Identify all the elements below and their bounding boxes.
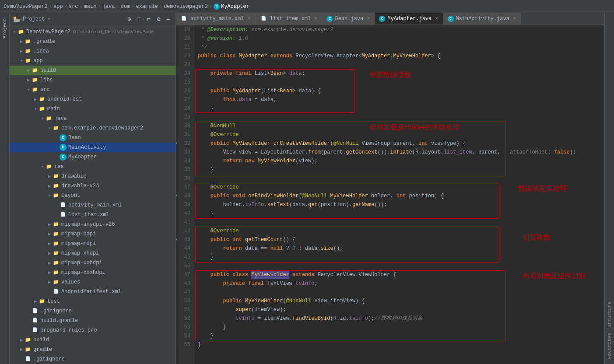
- tree-label-mipmap-xhdpi: mipmap-xhdpi: [61, 250, 99, 256]
- tree-item-mainactivity[interactable]: ▶ C MainActivity: [10, 143, 175, 152]
- tree-item-build2[interactable]: ▶ 📁 build: [10, 335, 175, 345]
- gradle-icon-1: 📄: [32, 317, 39, 324]
- structure-tab[interactable]: Structure: [606, 300, 613, 329]
- tree-item-mipmap-anydpi[interactable]: ▶ 📁 mipmap-anydpi-v26: [10, 220, 175, 229]
- bc-src[interactable]: src: [69, 4, 78, 10]
- tree-item-mipmap-xxxhdpi[interactable]: ▶ 📁 mipmap-xxxhdpi: [10, 268, 175, 277]
- tree-label-androidtest: androidTest: [47, 96, 82, 102]
- tab-mainactivity[interactable]: C MainActivity.java ×: [443, 13, 521, 25]
- sort-btn[interactable]: ⇄: [145, 14, 152, 24]
- code-line-38: public void onBindViewHolder(@NonNull My…: [198, 192, 601, 200]
- favorites-tab[interactable]: Favorites: [606, 331, 613, 360]
- code-editor[interactable]: 19 20 21 22 23 24 25 26 27 28 29 30 31 3…: [176, 25, 604, 364]
- tree-label-gitignore2: .gitignore: [33, 356, 65, 362]
- tab-activity-main[interactable]: 📄 activity_main.xml ×: [176, 13, 256, 25]
- bc-main[interactable]: main: [84, 4, 97, 10]
- tree-item-list-item[interactable]: ▶ 📄 list_item.xml: [10, 210, 175, 220]
- bc-app[interactable]: app: [53, 4, 63, 10]
- tab-close-bean[interactable]: ×: [367, 16, 370, 22]
- tree-item-myadapter[interactable]: ▶ C MyAdapter: [10, 152, 175, 162]
- tree-item-com[interactable]: ▾ 📁 com.example.demoviewpager2: [10, 123, 175, 133]
- project-side-tab[interactable]: Project: [1, 17, 8, 40]
- tree-item-root[interactable]: ▾ 📁 DemoViewPager2 D:\Android_Demo\DemoV…: [10, 27, 175, 37]
- tree-item-mipmap-mdpi[interactable]: ▶ 📁 mipmap-mdpi: [10, 239, 175, 248]
- annotation-label-1: 外部数据接收: [369, 70, 411, 79]
- tree-item-app[interactable]: ▾ 📁 app: [10, 56, 175, 66]
- java-icon-mainactivity: C: [60, 144, 67, 151]
- tree-item-androidmanifest[interactable]: ▶ 📄 AndroidManifest.xml: [10, 287, 175, 297]
- tree-item-test[interactable]: ▶ 📁 test: [10, 297, 175, 306]
- tree-item-values[interactable]: ▶ 📁 values: [10, 277, 175, 287]
- tree-item-res[interactable]: ▾ 📁 res: [10, 162, 175, 172]
- tree-item-proguard[interactable]: ▶ 📄 proguard-rules.pro: [10, 326, 175, 335]
- tree-item-idea[interactable]: ▶ 📁 .idea: [10, 46, 175, 56]
- code-line-27: this.data = data;: [198, 95, 601, 104]
- breadcrumb-bar: DemoViewPager2 › app › src › main › java…: [0, 0, 614, 13]
- tree-item-java[interactable]: ▾ 📁 java: [10, 114, 175, 123]
- tree-item-mipmap-xhdpi[interactable]: ▶ 📁 mipmap-xhdpi: [10, 248, 175, 258]
- tree-item-layout[interactable]: ▾ 📁 layout: [10, 191, 175, 200]
- tree-label-libs: libs: [40, 77, 53, 83]
- project-root-icon: 📁: [18, 28, 25, 35]
- bc-example[interactable]: example: [136, 4, 158, 10]
- bc-com[interactable]: com: [121, 4, 130, 10]
- code-line-22: public class MyAdapter extends RecyclerV…: [198, 52, 601, 60]
- tree-arrow-values: ▶: [46, 280, 53, 285]
- tab-close-mainactivity[interactable]: ×: [513, 16, 516, 22]
- tree-item-gradle2[interactable]: ▶ 📁 gradle: [10, 345, 175, 354]
- tab-close-list-item[interactable]: ×: [314, 16, 317, 22]
- tree-label-proguard: proguard-rules.pro: [40, 327, 97, 333]
- locate-btn[interactable]: ⊕: [126, 14, 133, 24]
- gutter-icon-38[interactable]: ●: [176, 193, 179, 199]
- tree-item-src[interactable]: ▾ 📁 src: [10, 85, 175, 94]
- tree-item-gitignore2[interactable]: ▶ 📄 .gitignore: [10, 354, 175, 364]
- close-panel-btn[interactable]: —: [165, 15, 172, 24]
- tree-label-mipmap-xxxhdpi: mipmap-xxxhdpi: [61, 270, 105, 276]
- folder-icon-res: 📁: [46, 163, 53, 170]
- gutter-icon-32[interactable]: ●: [176, 141, 179, 146]
- settings-btn[interactable]: ⚙: [155, 14, 162, 24]
- tree-label-gitignore1: .gitignore: [40, 308, 72, 314]
- code-content[interactable]: 外部数据接收 布局加载及Holder的关联处理 数据项配置处理 切页取数 布局加…: [194, 25, 604, 364]
- tab-bean[interactable]: C Bean.java ×: [322, 13, 375, 25]
- tree-arrow-mipmap-hdpi: ▶: [46, 231, 53, 237]
- tree-arrow-main: ▾: [32, 106, 39, 112]
- tree-item-gradle[interactable]: ▶ 📁 .gradle: [10, 37, 175, 46]
- bc-java[interactable]: java: [102, 4, 115, 10]
- bc-demoviewpager2[interactable]: DemoViewPager2: [4, 4, 48, 10]
- tree-label-idea: .idea: [33, 48, 49, 54]
- xml-tab-icon-1: 📄: [180, 15, 187, 22]
- tab-close-myadapter[interactable]: ×: [435, 16, 438, 22]
- tree-item-build1[interactable]: ▶ 📁 build: [10, 66, 175, 75]
- tree-item-buildgradle1[interactable]: ▶ 📄 build.gradle: [10, 316, 175, 326]
- panel-dropdown[interactable]: ▾: [47, 16, 50, 22]
- file-icon-gitignore2: 📄: [25, 356, 32, 363]
- tree-label-mipmap-hdpi: mipmap-hdpi: [61, 231, 96, 237]
- tree-arrow-mipmap-xxxhdpi: ▶: [46, 270, 53, 275]
- tab-myadapter[interactable]: C MyAdapter.java ×: [375, 13, 443, 25]
- tree-item-libs[interactable]: ▶ 📁 libs: [10, 75, 175, 85]
- tab-list-item[interactable]: 📄 list_item.xml ×: [256, 13, 323, 25]
- code-line-29: [198, 113, 601, 122]
- code-line-48: private final TextView tvInfo;: [198, 279, 601, 288]
- tree-item-activity-main[interactable]: ▶ 📄 activity_main.xml: [10, 200, 175, 210]
- folder-icon-drawable-v24: 📁: [53, 182, 60, 189]
- flatten-btn[interactable]: ≡: [135, 15, 142, 24]
- tree-arrow-drawable-v24: ▶: [46, 183, 53, 189]
- tree-item-gitignore1[interactable]: ▶ 📄 .gitignore: [10, 306, 175, 316]
- tree-item-main[interactable]: ▾ 📁 main: [10, 104, 175, 114]
- tree-item-mipmap-xxhdpi[interactable]: ▶ 📁 mipmap-xxhdpi: [10, 258, 175, 268]
- tree-label-layout: layout: [61, 192, 80, 199]
- tree-item-bean[interactable]: ▶ C Bean: [10, 133, 175, 143]
- file-icon-proguard: 📄: [32, 327, 39, 334]
- bc-myadapter[interactable]: MyAdapter: [221, 4, 249, 10]
- tree-item-drawable[interactable]: ▶ 📁 drawable: [10, 172, 175, 181]
- tree-item-mipmap-hdpi[interactable]: ▶ 📁 mipmap-hdpi: [10, 229, 175, 239]
- tab-close-activity-main[interactable]: ×: [247, 16, 250, 22]
- tree-item-drawable-v24[interactable]: ▶ 📁 drawable-v24: [10, 181, 175, 191]
- tree-item-androidtest[interactable]: ▶ 📁 androidTest: [10, 94, 175, 104]
- gutter-icon-43[interactable]: ●: [176, 237, 179, 242]
- folder-icon-layout: 📁: [53, 192, 60, 199]
- folder-icon-gradle2: 📁: [25, 346, 32, 353]
- bc-demoviewpager2b[interactable]: demoviewpager2: [164, 4, 208, 10]
